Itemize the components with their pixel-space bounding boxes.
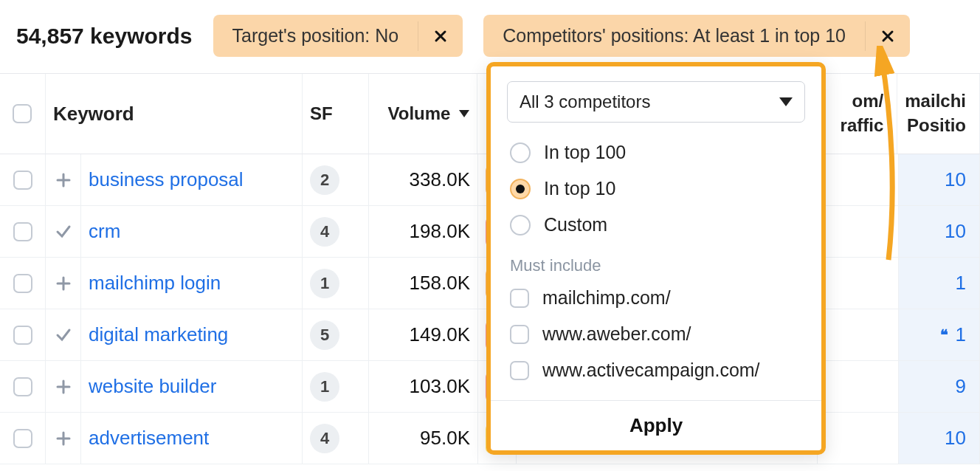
select-all-checkbox[interactable] [13,104,32,123]
row-checkbox[interactable] [13,429,32,448]
domain-traffic-cell [818,361,899,412]
plus-icon [53,273,73,294]
domain-traffic-cell [818,206,899,257]
col-header-keyword[interactable]: Keyword [46,74,303,154]
check-icon [53,221,73,242]
position-cell[interactable]: 10 [899,413,980,464]
plus-icon [53,170,73,190]
radio-icon [510,215,531,236]
featured-snippet-icon: ❝ [940,326,948,344]
check-icon [53,325,73,345]
keyword-link[interactable]: digital marketing [81,309,303,360]
row-checkbox[interactable] [13,377,32,396]
plus-icon [53,377,73,397]
sf-cell[interactable]: 2 [303,154,369,205]
radio-icon [510,142,531,163]
domain-traffic-cell [818,413,899,464]
sf-badge: 5 [310,320,339,350]
position-cell[interactable]: 10 [899,154,980,205]
row-add-cell[interactable] [46,206,81,257]
apply-button[interactable]: Apply [491,400,821,450]
filter-pill-label[interactable]: Target's position: No [213,15,418,57]
filter-pill-label[interactable]: Competitors' positions: At least 1 in to… [483,15,865,57]
filter-pill-close[interactable] [418,21,463,51]
col-header-position[interactable]: mailchi Positio [897,74,980,154]
col-header-volume[interactable]: Volume [369,74,478,154]
app-root: { "header": { "keywords_count_text": "54… [0,0,980,471]
must-include-checkbox[interactable]: mailchimp.com/ [507,280,805,316]
col-header-domain[interactable]: om/ raffic [816,74,897,154]
sf-badge: 1 [310,269,339,298]
sf-cell[interactable]: 4 [303,206,369,257]
row-checkbox[interactable] [13,326,32,345]
must-include-label: Must include [510,256,802,275]
row-checkbox[interactable] [13,274,32,293]
row-checkbox[interactable] [13,222,32,241]
competitors-select[interactable]: All 3 competitors [507,81,805,123]
domain-traffic-cell [818,154,899,205]
keyword-link[interactable]: mailchimp login [81,258,303,309]
keyword-link[interactable]: website builder [81,361,303,412]
filter-pill-competitors-positions[interactable]: Competitors' positions: At least 1 in to… [483,15,910,57]
must-include-checkbox[interactable]: www.aweber.com/ [507,316,805,352]
row-checkbox[interactable] [13,171,32,190]
domain-traffic-cell [818,258,899,309]
position-value: 9 [956,375,966,398]
close-icon [880,29,895,44]
sf-cell[interactable]: 1 [303,258,369,309]
domain-traffic-cell [818,309,899,360]
filter-pill-target-position[interactable]: Target's position: No [213,15,463,57]
position-range-radio[interactable]: Custom [507,207,805,243]
row-add-cell[interactable] [46,361,81,412]
filter-pill-close[interactable] [865,21,910,51]
sf-cell[interactable]: 4 [303,413,369,464]
row-add-cell[interactable] [46,309,81,360]
col-header-sf[interactable]: SF [303,74,369,154]
position-value: 1 [956,272,966,295]
position-range-radio[interactable]: In top 10 [507,171,805,207]
volume-cell: 95.0K [369,413,478,464]
row-add-cell[interactable] [46,258,81,309]
position-value: 10 [945,427,966,450]
position-cell[interactable]: 9 [899,361,980,412]
keyword-link[interactable]: business proposal [81,154,303,205]
row-add-cell[interactable] [46,413,81,464]
must-include-checkbox[interactable]: www.activecampaign.com/ [507,352,805,388]
position-value: 1 [956,323,966,346]
checkbox-icon [510,325,529,344]
row-add-cell[interactable] [46,154,81,205]
checkbox-label: www.activecampaign.com/ [542,360,760,381]
row-checkbox-cell[interactable] [0,154,46,205]
sf-cell[interactable]: 1 [303,361,369,412]
keyword-count: 54,857 keywords [16,24,193,49]
keyword-link[interactable]: crm [81,206,303,257]
sf-cell[interactable]: 5 [303,309,369,360]
competitors-positions-panel: All 3 competitors In top 100In top 10Cus… [486,62,826,455]
position-cell[interactable]: ❝1 [899,309,980,360]
position-cell[interactable]: 10 [899,206,980,257]
competitors-select-label: All 3 competitors [520,92,650,112]
position-cell[interactable]: 1 [899,258,980,309]
position-range-radio[interactable]: In top 100 [507,134,805,171]
volume-cell: 338.0K [369,154,478,205]
chevron-down-icon [779,97,793,106]
checkbox-icon [510,289,529,308]
select-all-cell[interactable] [0,74,46,154]
row-checkbox-cell[interactable] [0,309,46,360]
volume-cell: 103.0K [369,361,478,412]
checkbox-label: www.aweber.com/ [542,323,691,345]
sf-badge: 4 [310,424,339,453]
row-checkbox-cell[interactable] [0,258,46,309]
row-checkbox-cell[interactable] [0,206,46,257]
sort-desc-icon [459,110,469,117]
volume-cell: 198.0K [369,206,478,257]
volume-cell: 149.0K [369,309,478,360]
col-header-volume-label: Volume [388,103,451,124]
sf-badge: 2 [310,165,339,195]
row-checkbox-cell[interactable] [0,413,46,464]
radio-label: Custom [544,214,607,236]
row-checkbox-cell[interactable] [0,361,46,412]
radio-icon [510,179,531,199]
keyword-link[interactable]: advertisement [81,413,303,464]
radio-label: In top 100 [544,142,626,163]
